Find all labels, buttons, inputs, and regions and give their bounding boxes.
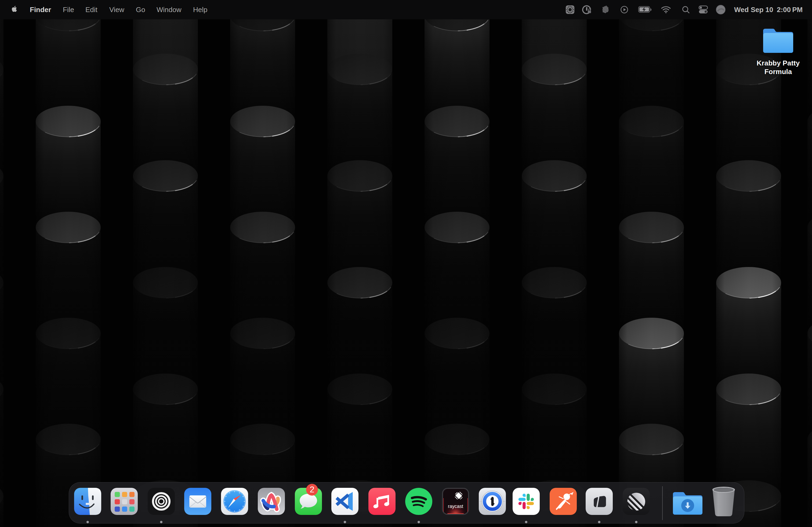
svg-text:raycast: raycast <box>448 504 463 509</box>
